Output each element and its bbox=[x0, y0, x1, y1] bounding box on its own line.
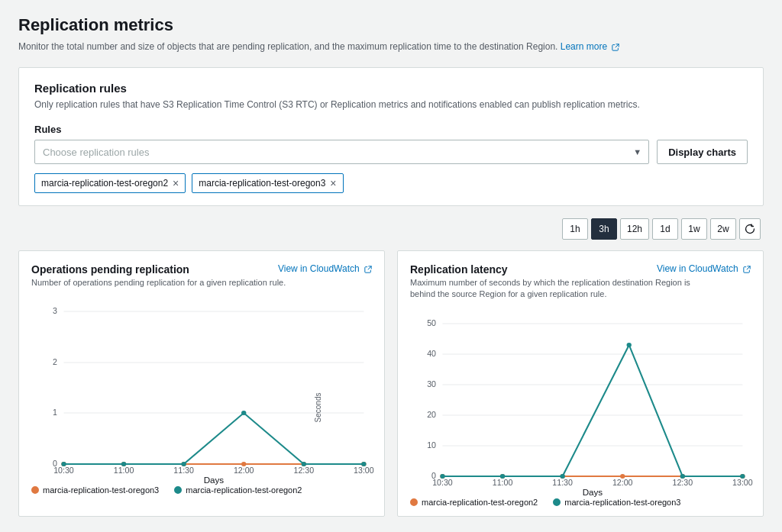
legend-dot-orange-left bbox=[31, 486, 39, 494]
svg-text:Days: Days bbox=[583, 488, 603, 497]
svg-text:1: 1 bbox=[53, 409, 57, 418]
time-btn-1h[interactable]: 1h bbox=[562, 218, 588, 240]
svg-text:12:00: 12:00 bbox=[612, 479, 633, 487]
rules-input-row: Choose replication rules ▼ Display chart… bbox=[34, 140, 748, 164]
tags-row: marcia-replication-test-oregon2 × marcia… bbox=[34, 173, 748, 193]
display-charts-button[interactable]: Display charts bbox=[657, 140, 748, 164]
tag-close-oregon3[interactable]: × bbox=[330, 178, 336, 189]
dot-teal-left-4 bbox=[302, 462, 306, 466]
svg-text:40: 40 bbox=[427, 350, 436, 358]
svg-text:10: 10 bbox=[427, 441, 436, 450]
svg-text:11:00: 11:00 bbox=[493, 479, 513, 487]
legend-label-oregon3-right: marcia-replication-test-oregon3 bbox=[564, 498, 680, 507]
time-btn-1d[interactable]: 1d bbox=[652, 218, 678, 240]
chart-header-operations: Operations pending replication View in C… bbox=[31, 263, 372, 276]
chart-header-latency: Replication latency View in CloudWatch bbox=[410, 263, 751, 276]
chart-area-operations: 0 1 2 3 Count 10:30 11:00 11:30 12:00 12… bbox=[31, 296, 372, 479]
dot-teal-right-0 bbox=[440, 474, 444, 479]
dot-teal-right-3 bbox=[627, 343, 632, 347]
refresh-button[interactable] bbox=[739, 218, 761, 240]
charts-row: Operations pending replication View in C… bbox=[18, 250, 764, 517]
svg-text:20: 20 bbox=[427, 411, 436, 419]
dot-teal-right-1 bbox=[500, 474, 505, 479]
svg-text:12:30: 12:30 bbox=[294, 467, 315, 476]
learn-more-link[interactable]: Learn more bbox=[561, 41, 620, 52]
svg-text:13:00: 13:00 bbox=[354, 467, 374, 476]
chart-cloudwatch-link-operations[interactable]: View in CloudWatch bbox=[278, 263, 372, 274]
line-teal-right bbox=[442, 345, 742, 476]
svg-text:13:00: 13:00 bbox=[732, 479, 753, 487]
legend-label-oregon3-left: marcia-replication-test-oregon3 bbox=[43, 485, 159, 495]
dot-teal-left-1 bbox=[121, 462, 126, 466]
svg-text:3: 3 bbox=[53, 308, 57, 316]
chart-legend-latency: marcia-replication-test-oregon2 marcia-r… bbox=[410, 498, 751, 507]
chart-cloudwatch-link-latency[interactable]: View in CloudWatch bbox=[657, 263, 751, 274]
dot-teal-left-2 bbox=[181, 462, 186, 466]
rules-label: Rules bbox=[34, 124, 748, 135]
legend-dot-teal-left bbox=[174, 486, 182, 494]
svg-text:10:30: 10:30 bbox=[432, 479, 453, 487]
dot-orange-left-3 bbox=[241, 462, 246, 466]
legend-dot-teal-right bbox=[553, 498, 561, 506]
svg-text:Days: Days bbox=[204, 476, 225, 485]
rules-dropdown-wrapper: Choose replication rules ▼ bbox=[34, 140, 649, 164]
chart-desc-operations: Number of operations pending replication… bbox=[31, 277, 338, 289]
chart-desc-latency: Maximum number of seconds by which the r… bbox=[410, 277, 716, 301]
time-btn-3h[interactable]: 3h bbox=[591, 218, 617, 240]
refresh-icon bbox=[745, 224, 755, 234]
svg-text:12:30: 12:30 bbox=[673, 479, 693, 487]
external-link-icon bbox=[612, 44, 619, 51]
rules-dropdown[interactable]: Choose replication rules bbox=[34, 140, 649, 164]
chart-legend-operations: marcia-replication-test-oregon3 marcia-r… bbox=[31, 485, 372, 495]
legend-label-oregon2-right: marcia-replication-test-oregon2 bbox=[422, 498, 538, 507]
tag-oregon2: marcia-replication-test-oregon2 × bbox=[34, 173, 186, 193]
dot-teal-right-5 bbox=[740, 474, 745, 479]
time-bar: 1h 3h 12h 1d 1w 2w bbox=[18, 218, 764, 240]
dot-teal-right-2 bbox=[560, 474, 564, 479]
tag-label-oregon3: marcia-replication-test-oregon3 bbox=[199, 178, 325, 189]
tag-oregon3: marcia-replication-test-oregon3 × bbox=[192, 173, 343, 193]
time-btn-12h[interactable]: 12h bbox=[620, 218, 649, 240]
chart-area-latency: 0 10 20 30 40 50 Seconds 10:30 11:00 11:… bbox=[410, 308, 751, 492]
dot-teal-right-4 bbox=[680, 474, 685, 479]
legend-item-oregon3-left: marcia-replication-test-oregon3 bbox=[31, 485, 159, 495]
svg-text:11:30: 11:30 bbox=[173, 467, 194, 476]
external-link-icon-left bbox=[364, 266, 372, 273]
svg-text:11:30: 11:30 bbox=[552, 479, 573, 487]
rules-panel-title: Replication rules bbox=[34, 82, 748, 95]
page-subtitle: Monitor the total number and size of obj… bbox=[18, 40, 764, 53]
rules-panel: Replication rules Only replication rules… bbox=[18, 67, 764, 206]
legend-item-oregon3-right: marcia-replication-test-oregon3 bbox=[553, 498, 680, 507]
dot-teal-left-3 bbox=[241, 411, 246, 415]
chart-panel-latency: Replication latency View in CloudWatch M… bbox=[397, 250, 764, 517]
dot-teal-left-0 bbox=[61, 462, 66, 466]
rules-panel-description: Only replication rules that have S3 Repl… bbox=[34, 98, 748, 111]
time-btn-2w[interactable]: 2w bbox=[710, 218, 736, 240]
dot-orange-right-3 bbox=[620, 474, 625, 479]
tag-close-oregon2[interactable]: × bbox=[173, 178, 179, 189]
tag-label-oregon2: marcia-replication-test-oregon2 bbox=[41, 178, 168, 189]
page-title: Replication metrics bbox=[18, 15, 764, 35]
chart-panel-operations: Operations pending replication View in C… bbox=[18, 250, 385, 517]
svg-text:Seconds: Seconds bbox=[314, 392, 322, 422]
time-btn-1w[interactable]: 1w bbox=[681, 218, 707, 240]
external-link-icon-right bbox=[743, 266, 751, 273]
legend-dot-orange-right bbox=[410, 498, 418, 506]
svg-text:10:30: 10:30 bbox=[53, 467, 74, 476]
legend-label-oregon2-left: marcia-replication-test-oregon2 bbox=[186, 485, 302, 495]
svg-text:12:00: 12:00 bbox=[234, 467, 254, 476]
chart-svg-latency: 0 10 20 30 40 50 Seconds 10:30 11:00 11:… bbox=[410, 308, 751, 492]
chart-title-operations: Operations pending replication bbox=[31, 263, 189, 276]
dot-teal-left-5 bbox=[361, 462, 366, 466]
chart-svg-operations: 0 1 2 3 Count 10:30 11:00 11:30 12:00 12… bbox=[31, 296, 372, 479]
svg-text:11:00: 11:00 bbox=[114, 467, 134, 476]
chart-title-latency: Replication latency bbox=[410, 263, 508, 276]
svg-text:30: 30 bbox=[427, 380, 436, 389]
svg-text:2: 2 bbox=[53, 359, 57, 367]
svg-text:50: 50 bbox=[427, 319, 436, 327]
legend-item-oregon2-right: marcia-replication-test-oregon2 bbox=[410, 498, 538, 507]
legend-item-oregon2-left: marcia-replication-test-oregon2 bbox=[174, 485, 302, 495]
